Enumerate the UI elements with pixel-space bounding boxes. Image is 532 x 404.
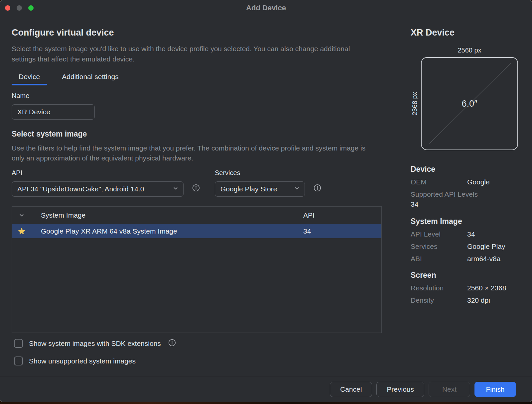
system-image-name: Google Play XR ARM 64 v8a System Image [31,227,303,235]
traffic-lights [5,5,34,11]
configure-pane: Configure virtual device Select the syst… [0,16,405,376]
table-header: System Image API [12,207,381,224]
unsupported-images-label: Show unsupported system images [29,357,136,365]
screen-height-label: 2368 px [411,92,419,115]
system-image-section: System Image API Level 34 Services Googl… [411,217,532,263]
details-panel-title: XR Device [411,28,532,38]
api-filter: API API 34 "UpsideDownCake"; Android 14.… [12,169,184,197]
services-info-icon[interactable] [314,184,321,193]
filter-row: API API 34 "UpsideDownCake"; Android 14.… [12,169,405,197]
density-value: 320 dpi [467,296,490,304]
window-title: Add Device [246,4,286,12]
sdk-extensions-option: Show system images with SDK extensions [14,339,405,348]
api-level-value: 34 [467,230,475,238]
services-filter: Services Google Play Store [215,169,305,197]
density-row: Density 320 dpi [411,296,532,304]
finish-button[interactable]: Finish [474,382,516,397]
titlebar: Add Device [0,0,532,16]
abi-label: ABI [411,255,467,263]
system-image-table: System Image API Google Play XR ARM 64 v… [12,206,382,333]
oem-value: Google [467,178,490,186]
system-image-api: 34 [303,227,381,235]
unsupported-images-checkbox[interactable] [14,356,23,365]
screen-width-label: 2560 px [421,47,518,54]
next-button[interactable]: Next [429,382,470,397]
density-label: Density [411,296,467,304]
minimize-button[interactable] [17,5,22,11]
abi-row: ABI arm64-v8a [411,255,532,263]
api-dropdown-value: API 34 "UpsideDownCake"; Android 14.0 [17,185,144,193]
page-description: Select the system image you'd like to us… [12,44,372,64]
supported-api-value: 34 [411,200,532,208]
sdk-extensions-label: Show system images with SDK extensions [29,340,161,348]
resolution-label: Resolution [411,284,467,292]
services-filter-label: Services [215,169,305,177]
oem-row: OEM Google [411,178,532,186]
abi-value: arm64-v8a [467,255,500,263]
api-filter-label: API [12,169,184,177]
resolution-value: 2560 × 2368 [467,284,506,292]
sdk-extensions-info-icon[interactable] [168,339,176,348]
add-device-dialog: Add Device Configure virtual device Sele… [0,0,532,402]
screen-outline: 6.0″ 2368 px [421,57,518,150]
services-row: Services Google Play [411,243,532,251]
unsupported-images-option: Show unsupported system images [14,356,405,365]
cancel-button[interactable]: Cancel [330,382,372,397]
api-level-label: API Level [411,230,467,238]
page-title: Configure virtual device [12,28,405,38]
screen-diagram: 2560 px 6.0″ 2368 px [421,47,518,150]
fullscreen-button[interactable] [28,5,34,11]
previous-button[interactable]: Previous [376,382,424,397]
api-level-row: API Level 34 [411,230,532,238]
services-label: Services [411,243,467,251]
device-section: Device OEM Google Supported API Levels 3… [411,165,532,208]
close-button[interactable] [5,5,10,11]
tab-additional-settings[interactable]: Additional settings [55,73,125,85]
screen-section-heading: Screen [411,271,532,280]
services-value: Google Play [467,243,505,251]
tab-bar: Device Additional settings [12,73,405,85]
column-header-system-image[interactable]: System Image [31,211,303,219]
screen-diagonal-size: 6.0″ [462,99,477,109]
device-details-panel: XR Device 2560 px 6.0″ 2368 px Device OE… [405,16,532,376]
supported-api-label: Supported API Levels [411,190,532,198]
services-dropdown[interactable]: Google Play Store [215,181,305,197]
api-dropdown[interactable]: API 34 "UpsideDownCake"; Android 14.0 [12,181,184,197]
tab-device[interactable]: Device [12,73,47,85]
screen-section: Screen Resolution 2560 × 2368 Density 32… [411,271,532,304]
services-dropdown-value: Google Play Store [220,185,277,193]
sdk-extensions-checkbox[interactable] [14,339,23,348]
favorite-star-icon[interactable] [12,227,31,236]
table-row[interactable]: Google Play XR ARM 64 v8a System Image 3… [12,224,381,238]
oem-label: OEM [411,178,467,186]
dialog-footer: Cancel Previous Next Finish [0,376,532,402]
select-system-image-description: Use the filters to help find the system … [12,143,372,163]
api-info-icon[interactable] [192,184,200,193]
system-image-section-heading: System Image [411,217,532,226]
collapse-chevron-icon[interactable] [12,212,31,218]
device-name-input[interactable] [12,104,95,120]
resolution-row: Resolution 2560 × 2368 [411,284,532,292]
device-section-heading: Device [411,165,532,174]
chevron-down-icon [173,185,179,193]
name-label: Name [12,92,405,100]
chevron-down-icon [294,185,300,193]
column-header-api[interactable]: API [303,211,381,219]
select-system-image-title: Select system image [12,130,405,139]
